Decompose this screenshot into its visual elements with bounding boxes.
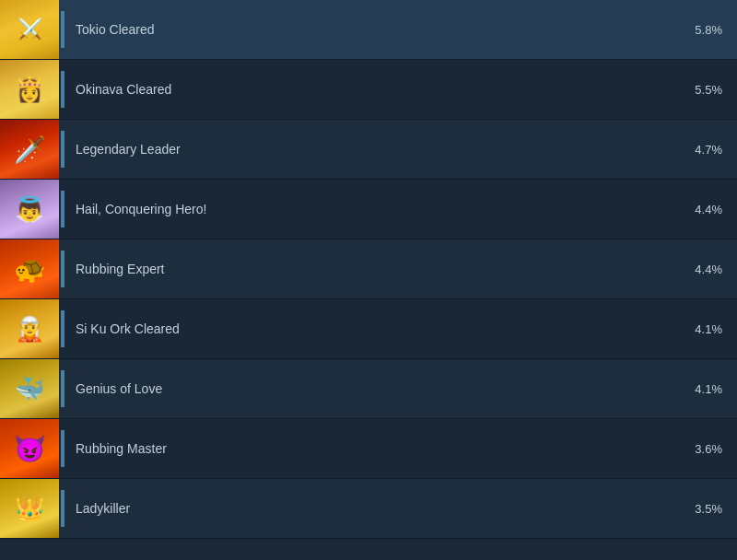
siku-icon bbox=[0, 299, 59, 358]
achievement-percentage: 5.5% bbox=[691, 83, 737, 97]
rubbing-expert-icon bbox=[0, 239, 59, 298]
achievement-name: Hail, Conquering Hero! bbox=[64, 202, 691, 216]
achievement-row[interactable]: Si Ku Ork Cleared4.1% bbox=[0, 299, 737, 359]
achievement-percentage: 4.4% bbox=[691, 203, 737, 216]
okinava-icon bbox=[0, 60, 59, 119]
achievement-name: Rubbing Master bbox=[64, 441, 691, 456]
rubbing-master-icon bbox=[0, 419, 59, 478]
achievement-name: Genius of Love bbox=[64, 381, 691, 396]
achievement-row[interactable]: Hail, Conquering Hero!4.4% bbox=[0, 180, 737, 239]
achievement-percentage: 3.5% bbox=[691, 502, 737, 516]
conquering-icon bbox=[0, 180, 59, 239]
achievement-name: Ladykiller bbox=[64, 501, 691, 516]
achievement-name: Okinava Cleared bbox=[64, 82, 691, 97]
achievement-percentage: 3.6% bbox=[691, 442, 737, 456]
achievement-percentage: 4.4% bbox=[691, 262, 737, 276]
achievement-percentage: 4.1% bbox=[691, 382, 737, 396]
achievement-percentage: 4.7% bbox=[691, 143, 737, 157]
genius-icon bbox=[0, 359, 59, 418]
achievement-name: Rubbing Expert bbox=[64, 262, 691, 276]
achievement-name: Tokio Cleared bbox=[64, 22, 691, 37]
achievement-row[interactable]: Genius of Love4.1% bbox=[0, 359, 737, 419]
achievement-percentage: 5.8% bbox=[691, 23, 737, 37]
achievement-row[interactable]: Ladykiller3.5% bbox=[0, 479, 737, 539]
ladykiller-icon bbox=[0, 479, 59, 538]
tokio-icon bbox=[0, 0, 59, 59]
achievement-row[interactable]: Rubbing Expert4.4% bbox=[0, 239, 737, 299]
achievement-row[interactable]: Rubbing Master3.6% bbox=[0, 419, 737, 479]
achievement-name: Si Ku Ork Cleared bbox=[64, 321, 691, 336]
achievement-name: Legendary Leader bbox=[64, 142, 691, 157]
achievement-list: Tokio Cleared5.8%Okinava Cleared5.5%Lege… bbox=[0, 0, 737, 539]
achievement-row[interactable]: Tokio Cleared5.8% bbox=[0, 0, 737, 60]
achievement-row[interactable]: Legendary Leader4.7% bbox=[0, 120, 737, 180]
achievement-row[interactable]: Okinava Cleared5.5% bbox=[0, 60, 737, 120]
legendary-icon bbox=[0, 120, 59, 179]
achievement-percentage: 4.1% bbox=[691, 322, 737, 336]
